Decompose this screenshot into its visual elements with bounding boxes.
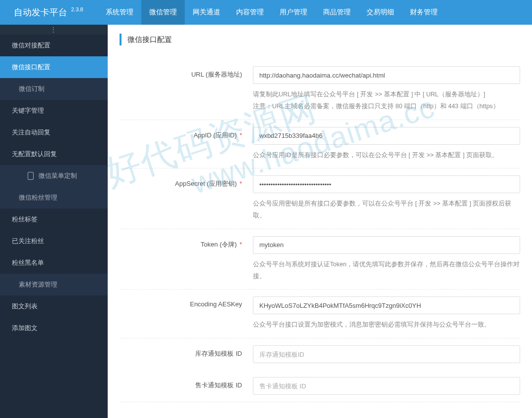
nav-finance[interactable]: 财务管理 [402, 0, 446, 25]
row-stock-tpl: 库存通知模板 ID [120, 338, 520, 370]
input-appid[interactable] [253, 127, 520, 145]
nav-wechat[interactable]: 微信管理 [141, 0, 185, 25]
input-stock-tpl[interactable] [253, 345, 520, 363]
brand-title: 自动发卡平台 [14, 6, 67, 18]
sidebar-item-followed-fans[interactable]: 已关注粉丝 [0, 230, 108, 252]
sidebar-item-wechat-custom[interactable]: 微信订制 [0, 78, 108, 100]
sidebar-item-fans-tag[interactable]: 粉丝标签 [0, 209, 108, 230]
label-appid: AppID (应用ID) * [120, 127, 253, 140]
sidebar-item-follow-reply[interactable]: 关注自动回复 [0, 122, 108, 143]
sidebar-item-label: 微信菜单定制 [39, 171, 77, 180]
sidebar-item-fans-blacklist[interactable]: 粉丝黑名单 [0, 252, 108, 274]
sidebar-item-wechat-config[interactable]: 微信对接配置 [0, 35, 108, 56]
input-token[interactable] [253, 236, 520, 254]
nav-goods[interactable]: 商品管理 [315, 0, 359, 25]
row-appid: AppID (应用ID) * 公众号应用ID是所有接口必要参数，可以在公众号平台… [120, 120, 520, 169]
help-aeskey: 公众号平台接口设置为加密模式，消息加密密钥必需填写并保持与公众号平台一致。 [253, 319, 520, 331]
nav-content[interactable]: 内容管理 [228, 0, 272, 25]
input-appsecret[interactable] [253, 175, 520, 193]
help-url: 请复制此URL地址填写在公众号平台 [ 开发 >> 基本配置 ] 中 [ URL… [253, 89, 520, 113]
label-stock-tpl: 库存通知模板 ID [120, 345, 253, 358]
label-token: Token (令牌) * [120, 236, 253, 249]
sidebar-item-keyword[interactable]: 关键字管理 [0, 100, 108, 122]
nav-user[interactable]: 用户管理 [272, 0, 315, 25]
input-url[interactable] [253, 66, 520, 84]
help-token: 公众号平台与系统对接认证Token，请优先填写此参数并保存，然后再在微信公众号平… [253, 259, 520, 283]
nav-trade[interactable]: 交易明细 [359, 0, 402, 25]
app-version: 2.3.8 [71, 6, 83, 12]
sidebar-item-wechat-api-config[interactable]: 微信接口配置 [0, 56, 108, 78]
label-appsecret: AppSecret (应用密钥) * [120, 175, 253, 188]
sidebar-item-fans-mgmt[interactable]: 微信粉丝管理 [0, 187, 108, 209]
sidebar-item-article-list[interactable]: 图文列表 [0, 295, 108, 317]
sidebar-item-wechat-menu[interactable]: 微信菜单定制 [0, 165, 108, 187]
row-appsecret: AppSecret (应用密钥) * 公众号应用密钥是所有接口必要参数，可以在公… [120, 168, 520, 229]
page-title: 微信接口配置 [120, 34, 520, 45]
row-token: Token (令牌) * 公众号平台与系统对接认证Token，请优先填写此参数并… [120, 229, 520, 290]
input-sell-tpl[interactable] [253, 377, 520, 395]
sidebar-collapse[interactable]: ⋮ [0, 25, 108, 35]
nav-gateway[interactable]: 网关通道 [185, 0, 228, 25]
ellipsis-icon: ⋮ [50, 26, 58, 34]
sidebar-item-default-reply[interactable]: 无配置默认回复 [0, 143, 108, 165]
row-sell-tpl: 售卡通知模板 ID [120, 370, 520, 402]
help-appsecret: 公众号应用密钥是所有接口必要参数，可以在公众号平台 [ 开发 >> 基本配置 ]… [253, 198, 520, 222]
input-aeskey[interactable] [253, 296, 520, 314]
row-aeskey: Encoding AESKey 公众号平台接口设置为加密模式，消息加密密钥必需填… [120, 290, 520, 338]
mobile-icon [28, 172, 34, 180]
help-appid: 公众号应用ID是所有接口必要参数，可以在公众号平台 [ 开发 >> 基本配置 ]… [253, 150, 520, 162]
top-navbar: 自动发卡平台 2.3.8 系统管理 微信管理 网关通道 内容管理 用户管理 商品… [0, 0, 532, 25]
row-url: URL (服务器地址) 请复制此URL地址填写在公众号平台 [ 开发 >> 基本… [120, 59, 520, 120]
label-url: URL (服务器地址) [120, 66, 253, 79]
label-sell-tpl: 售卡通知模板 ID [120, 377, 253, 390]
sidebar-item-add-article[interactable]: 添加图文 [0, 317, 108, 339]
main-content: 好代码资源网 www.haodaima.cc 微信接口配置 URL (服务器地址… [108, 25, 532, 418]
sidebar-item-material-mgmt[interactable]: 素材资源管理 [0, 274, 108, 295]
label-aeskey: Encoding AESKey [120, 296, 253, 308]
sidebar: ⋮ 微信对接配置 微信接口配置 微信订制 关键字管理 关注自动回复 无配置默认回… [0, 25, 108, 418]
nav-system[interactable]: 系统管理 [98, 0, 141, 25]
top-nav-links: 系统管理 微信管理 网关通道 内容管理 用户管理 商品管理 交易明细 财务管理 [98, 0, 446, 25]
